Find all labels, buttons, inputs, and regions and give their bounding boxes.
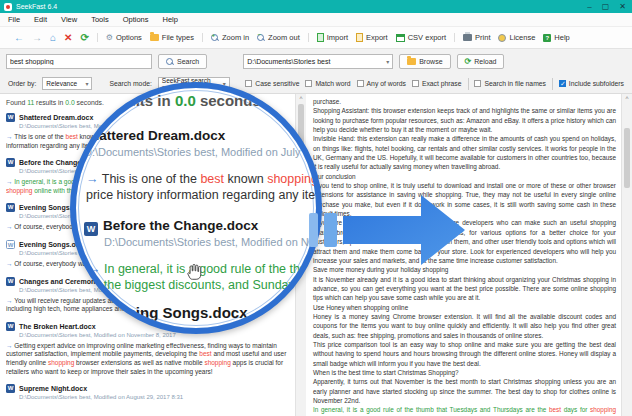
word-doc-icon: W	[6, 277, 15, 286]
folder-path-value: D:\Documents\Stories best	[247, 58, 330, 65]
refresh-icon[interactable]: ⟳	[80, 33, 88, 43]
import-label: Import	[327, 33, 348, 42]
result-file-name[interactable]: Evening Songs.odt	[19, 241, 82, 248]
close-icon[interactable]: ✕	[619, 3, 626, 11]
checkbox-search-in-file-names[interactable]: Search in file names	[474, 80, 546, 87]
menu-file[interactable]: File	[8, 15, 20, 24]
scrollbar-thumb[interactable]	[624, 128, 630, 188]
home-icon[interactable]: ⌂	[50, 33, 56, 43]
zoom-out-button[interactable]: − Zoom out	[257, 33, 300, 42]
menu-options[interactable]: Options	[123, 15, 149, 24]
checkbox-checked-icon	[559, 80, 566, 87]
license-button[interactable]: License	[498, 33, 535, 42]
text-segment: Shopping Assistant: this browser extensi…	[313, 107, 616, 133]
text-segment: In general, it is a good rule of the thu…	[313, 406, 549, 413]
chevron-down-icon: ▾	[81, 80, 88, 87]
checkbox-include-subfolders[interactable]: Include subfolders	[559, 80, 624, 87]
folder-icon	[150, 34, 159, 41]
seekfast-window: SeekFast 6.4 – ▢ ✕ File Edit View Tools …	[0, 0, 632, 416]
result-file-name[interactable]: Shattered Dream.docx	[19, 114, 93, 121]
magnified-snippet-line: price history information regarding any …	[86, 188, 322, 202]
import-button[interactable]: Import	[317, 33, 348, 42]
menu-bar: File Edit View Tools Options Help	[0, 13, 632, 27]
highlighted-match: best	[549, 406, 561, 413]
preview-paragraph: When is the best time to start Christmas…	[313, 368, 616, 377]
search-button[interactable]: Search	[158, 54, 207, 69]
reload-button[interactable]: ⟳ Reload	[457, 54, 505, 69]
preview-paragraph: It is November already and it is a good …	[313, 275, 616, 303]
delete-icon[interactable]: ✕	[64, 33, 72, 43]
snippet-arrow-icon: →	[86, 172, 102, 186]
search-input[interactable]	[6, 54, 152, 69]
zoom-in-label: Zoom in	[222, 33, 249, 42]
export-button[interactable]: Export	[356, 33, 388, 42]
checkbox-case-sensitive[interactable]: Case sensitive	[245, 80, 299, 87]
preview-paragraph: This price comparison tool is an easy wa…	[313, 340, 616, 368]
text-segment: This price comparison tool is an easy wa…	[313, 341, 616, 367]
snippet-arrow-icon: →	[6, 133, 14, 140]
word-doc-icon: W	[84, 222, 98, 236]
scroll-up-icon[interactable]: ˄	[622, 95, 632, 101]
checkbox-icon	[305, 80, 312, 87]
magnifier-overlay: Found 11 results in 0.0 seconds. Shatter…	[70, 82, 322, 334]
magnified-file-path: D:\Documents\Stories best, Modified on J…	[84, 146, 322, 158]
word-doc-icon: W	[6, 384, 15, 393]
help-button[interactable]: ? Help	[543, 33, 569, 42]
text-segment: Apparently, it turns out that November i…	[313, 378, 616, 404]
checkbox-exact-phrase[interactable]: Exact phrase	[412, 80, 462, 87]
folder-path-combo[interactable]: D:\Documents\Stories best ▾	[243, 54, 393, 69]
menu-help[interactable]: Help	[163, 15, 178, 24]
csv-export-button[interactable]: CSV export	[396, 33, 446, 42]
order-by-select[interactable]: Relevance ▾	[42, 77, 92, 90]
word-doc-icon: W	[6, 322, 15, 331]
browse-button[interactable]: Browse	[399, 54, 450, 69]
print-button[interactable]: Print	[463, 33, 490, 42]
chevron-down-icon: ▾	[382, 58, 389, 65]
browse-folder-icon	[407, 58, 416, 65]
preview-paragraph: In general, it is a good rule of the thu…	[313, 405, 616, 416]
highlighted-match: best	[66, 133, 78, 140]
zoom-out-label: Zoom out	[268, 33, 300, 42]
menu-view[interactable]: View	[61, 15, 77, 24]
word-doc-icon: W	[6, 113, 15, 122]
checkbox-icon	[474, 80, 481, 87]
scroll-up-icon[interactable]: ˄	[296, 95, 306, 101]
divider	[552, 78, 553, 90]
menu-tools[interactable]: Tools	[91, 15, 109, 24]
arrow-dash-icon	[324, 213, 337, 247]
zoom-in-button[interactable]: + Zoom in	[211, 33, 249, 42]
magnified-snippet-line: → In general, it is a good rule of the t…	[88, 262, 322, 276]
checkbox-any-of-words[interactable]: Any of words	[357, 80, 406, 87]
back-icon[interactable]: ←	[14, 33, 24, 43]
result-item[interactable]: WThe Broken Heart.docxD:\Documents\Stori…	[6, 322, 289, 376]
checkbox-match-word[interactable]: Match word	[305, 80, 350, 87]
result-file-name[interactable]: The Broken Heart.docx	[19, 323, 96, 330]
order-by-value: Relevance	[46, 80, 77, 87]
browse-label: Browse	[419, 58, 442, 65]
text-segment: Honey is a money saving Chrome browser e…	[313, 313, 616, 339]
minimize-icon[interactable]: –	[587, 3, 591, 11]
divider	[468, 78, 469, 90]
options-button[interactable]: ⚙ Options	[106, 33, 142, 42]
include-subfolders-label: Include subfolders	[569, 80, 624, 87]
forward-icon[interactable]: →	[32, 33, 42, 43]
highlighted-match: shopping	[590, 406, 616, 413]
search-row: Search D:\Documents\Stories best ▾ Brows…	[0, 49, 632, 74]
reload-label: Reload	[474, 58, 496, 65]
checkbox-icon	[245, 80, 252, 87]
checkbox-icon	[412, 80, 419, 87]
preview-paragraph: Honey is a money saving Chrome browser e…	[313, 312, 616, 340]
preview-paragraph: Shopping Assistant: this browser extensi…	[313, 106, 616, 134]
file-types-button[interactable]: File types	[150, 33, 194, 42]
result-file-name[interactable]: Supreme Night.docx	[19, 385, 87, 392]
result-item[interactable]: WSupreme Night.docxD:\Documents\Stories …	[6, 384, 289, 400]
text-segment: browser extensions as well as native mob…	[74, 359, 204, 366]
file-types-label: File types	[162, 33, 194, 42]
preview-paragraph: purchase.	[313, 97, 616, 106]
preview-scrollbar[interactable]: ˄ ˅	[621, 94, 632, 416]
maximize-icon[interactable]: ▢	[602, 3, 610, 11]
menu-edit[interactable]: Edit	[34, 15, 47, 24]
license-label: License	[509, 33, 535, 42]
match-word-label: Match word	[315, 80, 350, 87]
search-in-file-names-label: Search in file names	[484, 80, 546, 87]
